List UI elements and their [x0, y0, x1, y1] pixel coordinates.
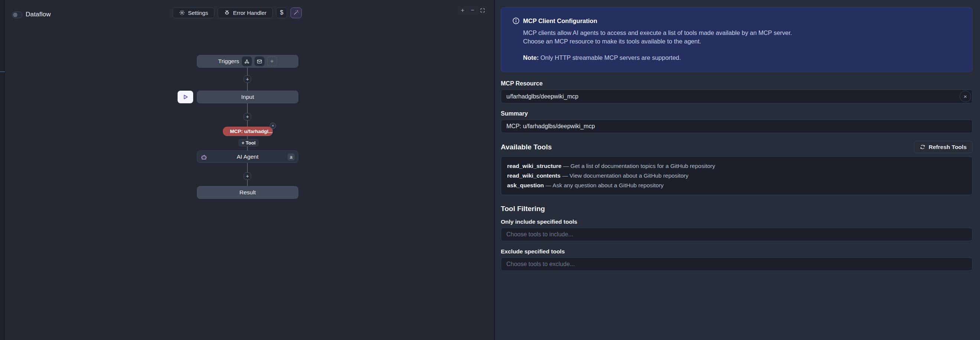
ai-agent-label: AI Agent: [197, 153, 298, 160]
email-trigger-chip[interactable]: [255, 56, 264, 66]
tool-description: Ask any question about a GitHub reposito…: [552, 182, 663, 188]
mcp-resource-input[interactable]: [501, 89, 972, 103]
error-handler-button[interactable]: Error Handler: [218, 8, 273, 18]
mcp-tool-label: MCP: u/farhadgl...: [230, 129, 273, 134]
add-tool-button[interactable]: + Tool: [239, 139, 259, 147]
refresh-tools-label: Refresh Tools: [929, 144, 967, 150]
run-flow-button[interactable]: [178, 91, 193, 103]
tool-separator: —: [545, 182, 551, 188]
tool-description: View documentation about a GitHub reposi…: [570, 172, 688, 179]
info-title: MCP Client Configuration: [523, 18, 597, 24]
insert-step-button-1[interactable]: +: [244, 75, 251, 83]
insert-step-button-3[interactable]: +: [244, 172, 251, 180]
tool-separator: —: [563, 163, 569, 169]
tool-filtering-title: Tool Filtering: [501, 205, 972, 213]
result-label: Result: [240, 189, 256, 196]
available-tools-header: Available Tools Refresh Tools: [501, 141, 972, 153]
summary-label: Summary: [501, 110, 972, 117]
dollar-label: $: [280, 9, 283, 16]
dataflow-label: Dataflow: [25, 11, 51, 18]
mcp-resource-field: ×: [501, 89, 972, 103]
robot-icon: [200, 154, 207, 161]
tool-name: read_wiki_structure: [507, 163, 561, 169]
agent-id-badge: a: [288, 153, 294, 161]
ai-assistant-button[interactable]: [291, 8, 302, 18]
include-tools-field: [501, 228, 972, 241]
exclude-tools-field: [501, 257, 972, 271]
summary-field: [501, 120, 972, 133]
node-input[interactable]: Input: [197, 91, 298, 103]
magic-wand-icon: [293, 10, 299, 16]
info-body-line2: Choose an MCP resource to make its tools…: [523, 37, 961, 46]
gear-icon: [179, 10, 185, 16]
triggers-label: Triggers: [218, 58, 239, 65]
remove-mcp-tool-button[interactable]: ×: [270, 123, 276, 129]
error-handler-label: Error Handler: [233, 10, 266, 16]
info-body: MCP clients allow AI agents to access an…: [523, 29, 961, 46]
info-note-text: Only HTTP streamable MCP servers are sup…: [539, 54, 681, 61]
refresh-icon: [920, 144, 925, 150]
clear-resource-button[interactable]: ×: [959, 91, 971, 102]
tool-name: ask_question: [507, 182, 544, 188]
insert-step-button-2[interactable]: +: [244, 113, 251, 120]
fit-view-icon: [480, 8, 485, 13]
tool-separator: —: [562, 172, 568, 179]
available-tools-list: read_wiki_structure — Get a list of docu…: [501, 156, 972, 195]
zoom-controls: + −: [458, 5, 487, 15]
mcp-info-box: MCP Client Configuration MCP clients all…: [501, 8, 972, 72]
left-rail: [0, 0, 5, 340]
available-tools-title: Available Tools: [501, 143, 552, 151]
info-note: Note: Only HTTP streamable MCP servers a…: [523, 54, 961, 61]
flow-editor-window: Dataflow Settings Error Handler $: [0, 0, 980, 340]
add-trigger-chip[interactable]: +: [267, 56, 277, 66]
fit-view-button[interactable]: [479, 6, 487, 14]
zoom-in-button[interactable]: +: [458, 6, 466, 14]
info-icon: [512, 17, 520, 24]
node-mcp-tool[interactable]: MCP: u/farhadgl...: [223, 127, 273, 136]
webhook-icon: [244, 59, 250, 64]
info-body-line1: MCP clients allow AI agents to access an…: [523, 29, 961, 37]
rail-divider: [0, 71, 5, 72]
refresh-tools-button[interactable]: Refresh Tools: [914, 141, 972, 153]
info-note-label: Note:: [523, 54, 539, 61]
summary-input[interactable]: [501, 120, 972, 133]
node-result[interactable]: Result: [197, 186, 298, 199]
zoom-out-button[interactable]: −: [468, 6, 477, 14]
exclude-tools-input[interactable]: [501, 257, 972, 271]
input-label: Input: [241, 94, 254, 101]
node-triggers[interactable]: Triggers +: [197, 55, 298, 68]
dataflow-toggle[interactable]: [12, 11, 22, 18]
tool-row: read_wiki_contents — View documentation …: [507, 171, 966, 180]
envelope-icon: [257, 59, 262, 64]
flow-canvas[interactable]: Dataflow Settings Error Handler $: [5, 0, 494, 340]
webhook-trigger-chip[interactable]: [242, 56, 252, 66]
include-tools-label: Only include specified tools: [501, 219, 972, 225]
play-icon: [182, 94, 188, 100]
variables-button[interactable]: $: [276, 8, 287, 18]
tool-description: Get a list of documentation topics for a…: [571, 163, 715, 169]
bug-icon: [224, 10, 230, 16]
include-tools-input[interactable]: [501, 228, 972, 241]
settings-button[interactable]: Settings: [173, 8, 214, 18]
tool-row: ask_question — Ask any question about a …: [507, 180, 966, 190]
mcp-config-panel: MCP Client Configuration MCP clients all…: [494, 0, 980, 340]
settings-label: Settings: [188, 10, 208, 16]
toggle-knob: [13, 13, 18, 17]
node-ai-agent[interactable]: AI Agent a: [197, 150, 298, 163]
tool-name: read_wiki_contents: [507, 172, 561, 179]
tool-row: read_wiki_structure — Get a list of docu…: [507, 161, 966, 171]
mcp-resource-label: MCP Resource: [501, 80, 972, 87]
canvas-toolbar: Settings Error Handler $: [169, 6, 305, 20]
exclude-tools-label: Exclude specified tools: [501, 248, 972, 255]
